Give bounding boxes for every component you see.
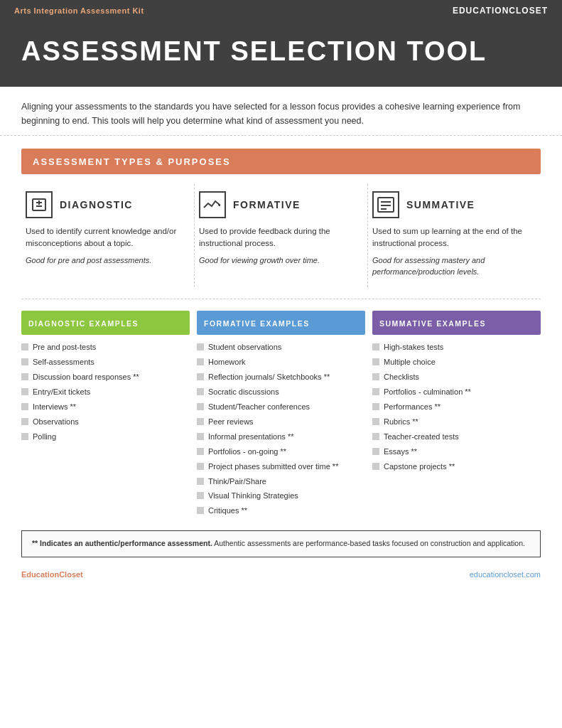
bullet-icon (372, 433, 379, 440)
list-item: Reflection journals/ Sketchbooks ** (197, 372, 365, 383)
bullet-icon (21, 373, 28, 380)
assessment-types-header: ASSESSMENT TYPES & PURPOSES (21, 149, 541, 174)
example-text: Reflection journals/ Sketchbooks ** (208, 372, 330, 383)
bullet-icon (372, 358, 379, 365)
bullet-icon (21, 388, 28, 395)
bullet-icon (372, 448, 379, 455)
list-item: Capstone projects ** (372, 461, 541, 473)
bullet-icon (197, 492, 204, 499)
diagnostic-icon (26, 191, 53, 218)
bottom-credits: EducationCloset educationcloset.com (0, 564, 562, 589)
example-text: Think/Pair/Share (208, 476, 266, 488)
example-text: Performances ** (384, 402, 441, 413)
footer-note: ** Indicates an authentic/performance as… (21, 530, 541, 557)
bullet-icon (197, 448, 204, 455)
example-text: Pre and post-tests (33, 342, 96, 353)
example-text: Portfolios - culmination ** (384, 387, 471, 398)
list-item: Critiques ** (197, 505, 365, 517)
example-text: Teacher-created tests (384, 432, 459, 443)
bullet-icon (197, 433, 204, 440)
bullet-icon (197, 373, 204, 380)
diagnostic-examples-header: DIAGNOSTIC EXAMPLES (21, 311, 190, 335)
list-item: Discussion board responses ** (21, 372, 190, 383)
bullet-icon (21, 418, 28, 425)
example-text: Interviews ** (33, 402, 76, 413)
examples-section: DIAGNOSTIC EXAMPLES FORMATIVE EXAMPLES S… (21, 311, 541, 520)
example-text: Multiple choice (384, 357, 436, 368)
list-item: Portfolios - culmination ** (372, 387, 541, 398)
section-divider (21, 299, 541, 299)
example-text: Entry/Exit tickets (33, 387, 90, 398)
footer-note-bold: ** Indicates an authentic/performance as… (32, 539, 212, 547)
top-bar-right-label: EDUCATIONCLOSET (453, 6, 548, 16)
example-text: Socratic discussions (208, 387, 279, 398)
list-item: Observations (21, 417, 190, 428)
top-bar-left-label: Arts Integration Assessment Kit (14, 6, 144, 15)
summative-examples-col: High-stakes testsMultiple choiceChecklis… (372, 342, 541, 476)
formative-examples-label: FORMATIVE EXAMPLES (204, 319, 310, 328)
page-title: ASSESSMENT SELECTION TOOL (21, 37, 541, 67)
footer-note-normal: Authentic assessments are performance-ba… (212, 539, 525, 547)
brand-bold: EDUCATION (453, 6, 509, 16)
assessment-types-grid: DIAGNOSTIC Used to identify current know… (21, 184, 541, 287)
bullet-icon (197, 358, 204, 365)
list-item: Checklists (372, 372, 541, 383)
example-text: Homework (208, 357, 246, 368)
formative-title: FORMATIVE (233, 199, 301, 210)
assessment-type-diagnostic: DIAGNOSTIC Used to identify current know… (21, 184, 195, 287)
bullet-icon (21, 433, 28, 440)
bullet-icon (372, 463, 379, 470)
examples-headers-row: DIAGNOSTIC EXAMPLES FORMATIVE EXAMPLES S… (21, 311, 541, 335)
diagnostic-examples-label: DIAGNOSTIC EXAMPLES (28, 319, 139, 328)
list-item: Homework (197, 357, 365, 368)
list-item: Portfolios - on-going ** (197, 446, 365, 458)
top-bar: Arts Integration Assessment Kit EDUCATIO… (0, 0, 562, 21)
example-text: Peer reviews (208, 417, 254, 428)
diagnostic-good: Good for pre and post assessments. (26, 255, 183, 266)
list-item: Pre and post-tests (21, 342, 190, 353)
formative-examples-header: FORMATIVE EXAMPLES (197, 311, 365, 335)
formative-desc: Used to provide feedback during the inst… (199, 225, 356, 250)
list-item: Project phases submitted over time ** (197, 461, 365, 473)
list-item: Student/Teacher conferences (197, 402, 365, 413)
summative-title: SUMMATIVE (406, 199, 475, 210)
summative-examples-header: SUMMATIVE EXAMPLES (372, 311, 541, 335)
formative-good: Good for viewing growth over time. (199, 255, 356, 266)
bullet-icon (197, 388, 204, 395)
bullet-icon (21, 403, 28, 410)
list-item: Performances ** (372, 402, 541, 413)
summative-desc: Used to sum up learning at the end of th… (372, 225, 529, 250)
bullet-icon (372, 343, 379, 350)
diagnostic-desc: Used to identify current knowledge and/o… (26, 225, 183, 250)
section-header-text: ASSESSMENT TYPES & PURPOSES (33, 156, 231, 167)
formative-header: FORMATIVE (199, 191, 356, 218)
footer-note-text: ** Indicates an authentic/performance as… (32, 538, 530, 550)
example-text: Student observations (208, 342, 281, 353)
example-text: Informal presentations ** (208, 432, 293, 443)
example-text: High-stakes tests (384, 342, 443, 353)
intro-section: Aligning your assessments to the standar… (0, 87, 562, 136)
assessment-type-summative: SUMMATIVE Used to sum up learning at the… (368, 184, 541, 287)
bullet-icon (197, 507, 204, 514)
diagnostic-header: DIAGNOSTIC (26, 191, 183, 218)
diagnostic-title: DIAGNOSTIC (60, 199, 133, 210)
example-text: Project phases submitted over time ** (208, 461, 338, 473)
bullet-icon (197, 343, 204, 350)
list-item: Rubrics ** (372, 417, 541, 428)
list-item: Informal presentations ** (197, 432, 365, 443)
list-item: Teacher-created tests (372, 432, 541, 443)
list-item: Entry/Exit tickets (21, 387, 190, 398)
bullet-icon (372, 388, 379, 395)
assessment-type-formative: FORMATIVE Used to provide feedback durin… (195, 184, 368, 287)
list-item: Essays ** (372, 446, 541, 458)
example-text: Rubrics ** (384, 417, 418, 428)
bullet-icon (21, 358, 28, 365)
list-item: Student observations (197, 342, 365, 353)
bullet-icon (372, 418, 379, 425)
bullet-icon (372, 373, 379, 380)
bullet-icon (197, 478, 204, 485)
example-text: Capstone projects ** (384, 461, 455, 473)
summative-icon (372, 191, 399, 218)
summative-examples-label: SUMMATIVE EXAMPLES (379, 319, 486, 328)
example-text: Portfolios - on-going ** (208, 446, 286, 458)
